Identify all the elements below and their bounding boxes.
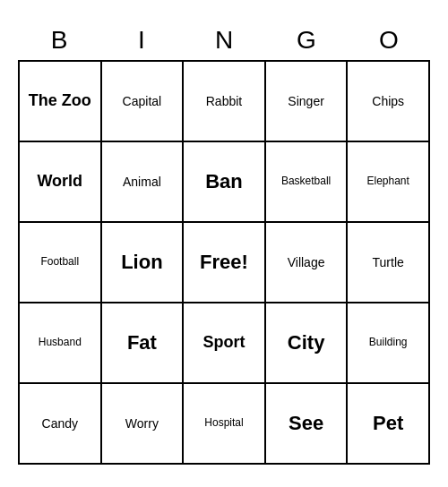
- cell-r3-c0: Husband: [20, 303, 102, 384]
- cell-r3-c1: Fat: [102, 303, 185, 384]
- cell-text-r1-c4: Elephant: [367, 175, 409, 189]
- cell-text-r3-c3: City: [288, 330, 325, 356]
- cell-r0-c1: Capital: [102, 62, 185, 142]
- cell-r0-c3: Singer: [266, 62, 349, 142]
- header-letter-n: N: [183, 22, 265, 58]
- cell-text-r2-c4: Turtle: [373, 254, 404, 270]
- cell-text-r0-c4: Chips: [372, 93, 404, 109]
- cell-r2-c4: Turtle: [348, 223, 430, 303]
- cell-text-r0-c0: The Zoo: [29, 90, 91, 111]
- cell-r1-c1: Animal: [102, 142, 185, 223]
- cell-text-r3-c2: Sport: [202, 332, 245, 353]
- cell-r3-c3: City: [266, 303, 349, 384]
- cell-r4-c2: Hospital: [184, 384, 266, 465]
- cell-r4-c0: Candy: [20, 384, 102, 465]
- cell-r2-c2: Free!: [184, 223, 266, 303]
- cell-text-r4-c0: Candy: [42, 415, 78, 431]
- cell-r2-c0: Football: [20, 223, 102, 303]
- cell-text-r0-c3: Singer: [288, 93, 323, 109]
- cell-text-r4-c1: Worry: [125, 415, 159, 431]
- cell-text-r2-c0: Football: [40, 255, 79, 269]
- cell-text-r1-c2: Ban: [205, 169, 243, 195]
- cell-r0-c4: Chips: [348, 62, 430, 142]
- cell-text-r2-c3: Village: [288, 254, 325, 270]
- cell-r2-c1: Lion: [102, 223, 185, 303]
- cell-text-r1-c1: Animal: [123, 174, 161, 190]
- bingo-grid: The ZooCapitalRabbitSingerChipsWorldAnim…: [18, 60, 430, 465]
- header-letter-i: I: [100, 22, 183, 58]
- header-letter-b: B: [18, 22, 100, 58]
- cell-text-r0-c1: Capital: [123, 93, 162, 109]
- cell-text-r4-c3: See: [289, 411, 323, 437]
- cell-text-r3-c0: Husband: [39, 336, 82, 350]
- header-letter-g: G: [265, 22, 348, 58]
- header-letter-o: O: [348, 22, 430, 58]
- cell-text-r2-c2: Free!: [200, 250, 248, 276]
- cell-r1-c2: Ban: [184, 142, 266, 223]
- cell-r2-c3: Village: [266, 223, 349, 303]
- cell-r1-c3: Basketball: [266, 142, 349, 223]
- cell-text-r1-c0: World: [37, 171, 82, 192]
- cell-text-r3-c1: Fat: [127, 330, 157, 356]
- cell-r0-c2: Rabbit: [184, 62, 266, 142]
- bingo-card: BINGO The ZooCapitalRabbitSingerChipsWor…: [18, 22, 430, 465]
- cell-text-r4-c4: Pet: [373, 411, 403, 437]
- cell-r1-c0: World: [20, 142, 102, 223]
- cell-text-r3-c4: Building: [369, 336, 408, 350]
- bingo-header: BINGO: [18, 22, 430, 58]
- cell-text-r1-c3: Basketball: [281, 175, 331, 189]
- cell-text-r0-c2: Rabbit: [206, 93, 242, 109]
- cell-r4-c4: Pet: [348, 384, 430, 465]
- cell-text-r2-c1: Lion: [121, 250, 162, 276]
- cell-r0-c0: The Zoo: [20, 62, 102, 142]
- cell-r3-c4: Building: [348, 303, 430, 384]
- cell-r3-c2: Sport: [184, 303, 266, 384]
- cell-r4-c1: Worry: [102, 384, 185, 465]
- cell-text-r4-c2: Hospital: [204, 416, 243, 431]
- cell-r1-c4: Elephant: [348, 142, 430, 223]
- cell-r4-c3: See: [266, 384, 349, 465]
